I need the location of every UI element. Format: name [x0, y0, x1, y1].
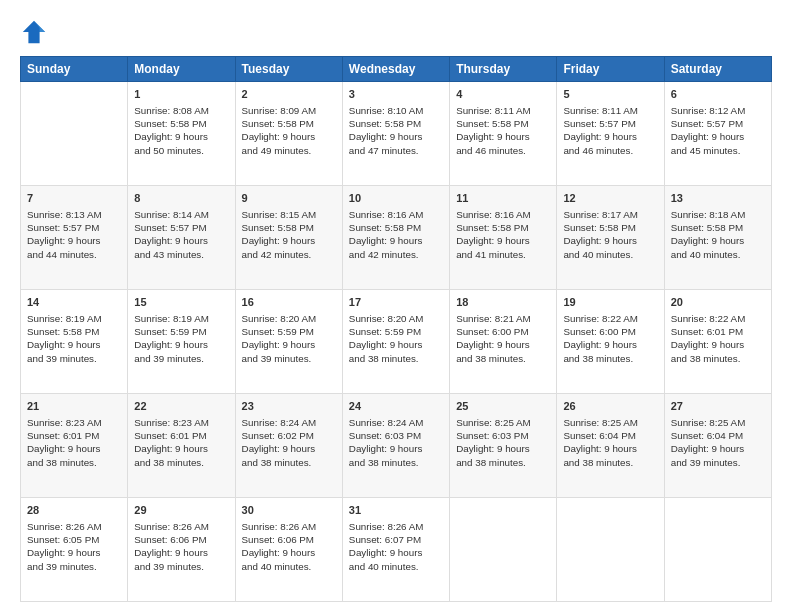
day-number: 5 [563, 87, 657, 102]
day-number: 14 [27, 295, 121, 310]
calendar-cell: 8Sunrise: 8:14 AMSunset: 5:57 PMDaylight… [128, 186, 235, 290]
day-info: Sunrise: 8:17 AMSunset: 5:58 PMDaylight:… [563, 208, 657, 261]
header-day-thursday: Thursday [450, 57, 557, 82]
calendar-cell: 25Sunrise: 8:25 AMSunset: 6:03 PMDayligh… [450, 394, 557, 498]
calendar-cell: 5Sunrise: 8:11 AMSunset: 5:57 PMDaylight… [557, 82, 664, 186]
day-info: Sunrise: 8:15 AMSunset: 5:58 PMDaylight:… [242, 208, 336, 261]
day-number: 25 [456, 399, 550, 414]
header-day-sunday: Sunday [21, 57, 128, 82]
day-info: Sunrise: 8:23 AMSunset: 6:01 PMDaylight:… [134, 416, 228, 469]
day-info: Sunrise: 8:16 AMSunset: 5:58 PMDaylight:… [456, 208, 550, 261]
day-number: 31 [349, 503, 443, 518]
calendar-cell: 14Sunrise: 8:19 AMSunset: 5:58 PMDayligh… [21, 290, 128, 394]
day-info: Sunrise: 8:25 AMSunset: 6:03 PMDaylight:… [456, 416, 550, 469]
day-number: 20 [671, 295, 765, 310]
week-row-3: 14Sunrise: 8:19 AMSunset: 5:58 PMDayligh… [21, 290, 772, 394]
day-info: Sunrise: 8:19 AMSunset: 5:59 PMDaylight:… [134, 312, 228, 365]
calendar-body: 1Sunrise: 8:08 AMSunset: 5:58 PMDaylight… [21, 82, 772, 602]
calendar-cell: 3Sunrise: 8:10 AMSunset: 5:58 PMDaylight… [342, 82, 449, 186]
calendar-cell: 10Sunrise: 8:16 AMSunset: 5:58 PMDayligh… [342, 186, 449, 290]
calendar-cell [664, 498, 771, 602]
day-number: 18 [456, 295, 550, 310]
calendar-cell: 1Sunrise: 8:08 AMSunset: 5:58 PMDaylight… [128, 82, 235, 186]
calendar-cell: 7Sunrise: 8:13 AMSunset: 5:57 PMDaylight… [21, 186, 128, 290]
day-number: 22 [134, 399, 228, 414]
day-number: 29 [134, 503, 228, 518]
day-number: 12 [563, 191, 657, 206]
day-number: 6 [671, 87, 765, 102]
calendar-cell: 16Sunrise: 8:20 AMSunset: 5:59 PMDayligh… [235, 290, 342, 394]
day-info: Sunrise: 8:19 AMSunset: 5:58 PMDaylight:… [27, 312, 121, 365]
header-day-tuesday: Tuesday [235, 57, 342, 82]
day-number: 16 [242, 295, 336, 310]
day-number: 3 [349, 87, 443, 102]
day-number: 27 [671, 399, 765, 414]
calendar-cell: 17Sunrise: 8:20 AMSunset: 5:59 PMDayligh… [342, 290, 449, 394]
calendar-cell: 6Sunrise: 8:12 AMSunset: 5:57 PMDaylight… [664, 82, 771, 186]
day-number: 4 [456, 87, 550, 102]
day-info: Sunrise: 8:25 AMSunset: 6:04 PMDaylight:… [563, 416, 657, 469]
calendar-cell: 4Sunrise: 8:11 AMSunset: 5:58 PMDaylight… [450, 82, 557, 186]
calendar-cell: 2Sunrise: 8:09 AMSunset: 5:58 PMDaylight… [235, 82, 342, 186]
day-number: 23 [242, 399, 336, 414]
week-row-1: 1Sunrise: 8:08 AMSunset: 5:58 PMDaylight… [21, 82, 772, 186]
header-day-wednesday: Wednesday [342, 57, 449, 82]
day-info: Sunrise: 8:23 AMSunset: 6:01 PMDaylight:… [27, 416, 121, 469]
day-info: Sunrise: 8:22 AMSunset: 6:01 PMDaylight:… [671, 312, 765, 365]
day-number: 24 [349, 399, 443, 414]
day-number: 26 [563, 399, 657, 414]
day-number: 15 [134, 295, 228, 310]
calendar-cell: 23Sunrise: 8:24 AMSunset: 6:02 PMDayligh… [235, 394, 342, 498]
day-info: Sunrise: 8:22 AMSunset: 6:00 PMDaylight:… [563, 312, 657, 365]
calendar-cell: 19Sunrise: 8:22 AMSunset: 6:00 PMDayligh… [557, 290, 664, 394]
calendar-cell: 11Sunrise: 8:16 AMSunset: 5:58 PMDayligh… [450, 186, 557, 290]
week-row-2: 7Sunrise: 8:13 AMSunset: 5:57 PMDaylight… [21, 186, 772, 290]
logo-icon [20, 18, 48, 46]
calendar-cell [21, 82, 128, 186]
day-info: Sunrise: 8:10 AMSunset: 5:58 PMDaylight:… [349, 104, 443, 157]
day-info: Sunrise: 8:25 AMSunset: 6:04 PMDaylight:… [671, 416, 765, 469]
day-info: Sunrise: 8:20 AMSunset: 5:59 PMDaylight:… [349, 312, 443, 365]
calendar-header: SundayMondayTuesdayWednesdayThursdayFrid… [21, 57, 772, 82]
header [20, 18, 772, 46]
day-number: 1 [134, 87, 228, 102]
week-row-5: 28Sunrise: 8:26 AMSunset: 6:05 PMDayligh… [21, 498, 772, 602]
day-info: Sunrise: 8:26 AMSunset: 6:06 PMDaylight:… [242, 520, 336, 573]
header-day-saturday: Saturday [664, 57, 771, 82]
calendar-cell: 30Sunrise: 8:26 AMSunset: 6:06 PMDayligh… [235, 498, 342, 602]
calendar-cell: 21Sunrise: 8:23 AMSunset: 6:01 PMDayligh… [21, 394, 128, 498]
day-number: 10 [349, 191, 443, 206]
day-number: 11 [456, 191, 550, 206]
page: SundayMondayTuesdayWednesdayThursdayFrid… [0, 0, 792, 612]
day-info: Sunrise: 8:13 AMSunset: 5:57 PMDaylight:… [27, 208, 121, 261]
calendar-cell: 12Sunrise: 8:17 AMSunset: 5:58 PMDayligh… [557, 186, 664, 290]
day-number: 30 [242, 503, 336, 518]
day-number: 28 [27, 503, 121, 518]
day-info: Sunrise: 8:26 AMSunset: 6:07 PMDaylight:… [349, 520, 443, 573]
day-info: Sunrise: 8:09 AMSunset: 5:58 PMDaylight:… [242, 104, 336, 157]
day-info: Sunrise: 8:11 AMSunset: 5:57 PMDaylight:… [563, 104, 657, 157]
calendar-cell: 22Sunrise: 8:23 AMSunset: 6:01 PMDayligh… [128, 394, 235, 498]
day-info: Sunrise: 8:18 AMSunset: 5:58 PMDaylight:… [671, 208, 765, 261]
calendar-cell: 18Sunrise: 8:21 AMSunset: 6:00 PMDayligh… [450, 290, 557, 394]
day-number: 13 [671, 191, 765, 206]
day-number: 21 [27, 399, 121, 414]
day-info: Sunrise: 8:24 AMSunset: 6:02 PMDaylight:… [242, 416, 336, 469]
day-number: 7 [27, 191, 121, 206]
calendar-cell: 31Sunrise: 8:26 AMSunset: 6:07 PMDayligh… [342, 498, 449, 602]
day-number: 9 [242, 191, 336, 206]
calendar-cell: 20Sunrise: 8:22 AMSunset: 6:01 PMDayligh… [664, 290, 771, 394]
header-day-friday: Friday [557, 57, 664, 82]
calendar-cell: 13Sunrise: 8:18 AMSunset: 5:58 PMDayligh… [664, 186, 771, 290]
week-row-4: 21Sunrise: 8:23 AMSunset: 6:01 PMDayligh… [21, 394, 772, 498]
calendar-cell: 28Sunrise: 8:26 AMSunset: 6:05 PMDayligh… [21, 498, 128, 602]
calendar-cell: 9Sunrise: 8:15 AMSunset: 5:58 PMDaylight… [235, 186, 342, 290]
calendar-table: SundayMondayTuesdayWednesdayThursdayFrid… [20, 56, 772, 602]
day-number: 8 [134, 191, 228, 206]
logo [20, 18, 52, 46]
day-info: Sunrise: 8:24 AMSunset: 6:03 PMDaylight:… [349, 416, 443, 469]
day-info: Sunrise: 8:08 AMSunset: 5:58 PMDaylight:… [134, 104, 228, 157]
day-number: 17 [349, 295, 443, 310]
day-info: Sunrise: 8:12 AMSunset: 5:57 PMDaylight:… [671, 104, 765, 157]
day-info: Sunrise: 8:11 AMSunset: 5:58 PMDaylight:… [456, 104, 550, 157]
